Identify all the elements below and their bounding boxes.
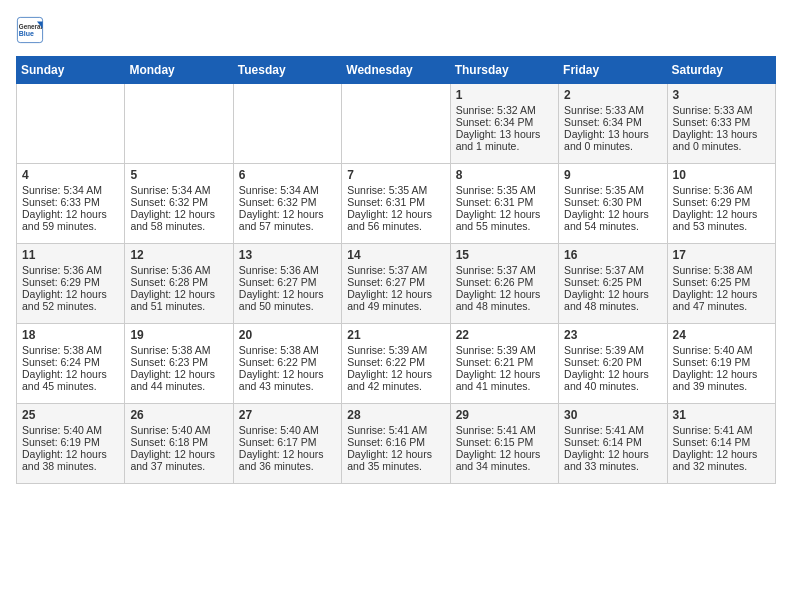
cell-content: Sunset: 6:23 PM	[130, 356, 227, 368]
calendar-cell: 4Sunrise: 5:34 AMSunset: 6:33 PMDaylight…	[17, 164, 125, 244]
cell-content: Sunset: 6:29 PM	[673, 196, 770, 208]
cell-content: Daylight: 12 hours and 32 minutes.	[673, 448, 770, 472]
calendar-cell	[17, 84, 125, 164]
cell-content: Daylight: 12 hours and 33 minutes.	[564, 448, 661, 472]
cell-content: Daylight: 12 hours and 45 minutes.	[22, 368, 119, 392]
svg-text:Blue: Blue	[19, 30, 34, 37]
calendar-cell	[125, 84, 233, 164]
cell-content: Daylight: 12 hours and 58 minutes.	[130, 208, 227, 232]
cell-content: Daylight: 12 hours and 48 minutes.	[456, 288, 553, 312]
calendar-cell	[233, 84, 341, 164]
calendar-cell: 12Sunrise: 5:36 AMSunset: 6:28 PMDayligh…	[125, 244, 233, 324]
calendar-week-row: 1Sunrise: 5:32 AMSunset: 6:34 PMDaylight…	[17, 84, 776, 164]
cell-content: Daylight: 12 hours and 48 minutes.	[564, 288, 661, 312]
cell-content: Sunset: 6:21 PM	[456, 356, 553, 368]
cell-content: Sunset: 6:15 PM	[456, 436, 553, 448]
cell-content: Sunrise: 5:38 AM	[239, 344, 336, 356]
day-number: 29	[456, 408, 553, 422]
cell-content: Sunset: 6:27 PM	[347, 276, 444, 288]
cell-content: Daylight: 12 hours and 44 minutes.	[130, 368, 227, 392]
day-number: 16	[564, 248, 661, 262]
day-number: 22	[456, 328, 553, 342]
cell-content: Sunset: 6:25 PM	[673, 276, 770, 288]
calendar-cell: 5Sunrise: 5:34 AMSunset: 6:32 PMDaylight…	[125, 164, 233, 244]
calendar-cell: 17Sunrise: 5:38 AMSunset: 6:25 PMDayligh…	[667, 244, 775, 324]
cell-content: Sunrise: 5:32 AM	[456, 104, 553, 116]
cell-content: Sunrise: 5:40 AM	[22, 424, 119, 436]
cell-content: Daylight: 12 hours and 47 minutes.	[673, 288, 770, 312]
day-number: 28	[347, 408, 444, 422]
calendar-cell: 7Sunrise: 5:35 AMSunset: 6:31 PMDaylight…	[342, 164, 450, 244]
day-number: 8	[456, 168, 553, 182]
cell-content: Daylight: 12 hours and 59 minutes.	[22, 208, 119, 232]
day-number: 30	[564, 408, 661, 422]
cell-content: Sunrise: 5:37 AM	[456, 264, 553, 276]
day-number: 18	[22, 328, 119, 342]
cell-content: Sunrise: 5:41 AM	[564, 424, 661, 436]
calendar-cell: 15Sunrise: 5:37 AMSunset: 6:26 PMDayligh…	[450, 244, 558, 324]
cell-content: Sunrise: 5:35 AM	[456, 184, 553, 196]
cell-content: Daylight: 12 hours and 42 minutes.	[347, 368, 444, 392]
day-number: 3	[673, 88, 770, 102]
calendar-cell: 18Sunrise: 5:38 AMSunset: 6:24 PMDayligh…	[17, 324, 125, 404]
cell-content: Sunset: 6:31 PM	[456, 196, 553, 208]
cell-content: Sunrise: 5:38 AM	[22, 344, 119, 356]
day-number: 11	[22, 248, 119, 262]
day-number: 24	[673, 328, 770, 342]
cell-content: Sunset: 6:19 PM	[673, 356, 770, 368]
cell-content: Sunrise: 5:34 AM	[22, 184, 119, 196]
cell-content: Sunrise: 5:36 AM	[673, 184, 770, 196]
calendar-cell: 14Sunrise: 5:37 AMSunset: 6:27 PMDayligh…	[342, 244, 450, 324]
day-number: 20	[239, 328, 336, 342]
cell-content: Daylight: 12 hours and 39 minutes.	[673, 368, 770, 392]
day-number: 19	[130, 328, 227, 342]
calendar-cell: 28Sunrise: 5:41 AMSunset: 6:16 PMDayligh…	[342, 404, 450, 484]
cell-content: Daylight: 12 hours and 35 minutes.	[347, 448, 444, 472]
calendar-table: SundayMondayTuesdayWednesdayThursdayFrid…	[16, 56, 776, 484]
cell-content: Sunset: 6:19 PM	[22, 436, 119, 448]
calendar-week-row: 11Sunrise: 5:36 AMSunset: 6:29 PMDayligh…	[17, 244, 776, 324]
cell-content: Daylight: 12 hours and 41 minutes.	[456, 368, 553, 392]
calendar-cell: 1Sunrise: 5:32 AMSunset: 6:34 PMDaylight…	[450, 84, 558, 164]
calendar-cell: 16Sunrise: 5:37 AMSunset: 6:25 PMDayligh…	[559, 244, 667, 324]
calendar-cell: 6Sunrise: 5:34 AMSunset: 6:32 PMDaylight…	[233, 164, 341, 244]
cell-content: Sunset: 6:34 PM	[456, 116, 553, 128]
cell-content: Sunrise: 5:40 AM	[673, 344, 770, 356]
day-number: 4	[22, 168, 119, 182]
cell-content: Sunset: 6:33 PM	[673, 116, 770, 128]
calendar-header: SundayMondayTuesdayWednesdayThursdayFrid…	[17, 57, 776, 84]
cell-content: Sunrise: 5:33 AM	[673, 104, 770, 116]
cell-content: Daylight: 13 hours and 0 minutes.	[564, 128, 661, 152]
logo-icon: General Blue	[16, 16, 44, 44]
cell-content: Daylight: 12 hours and 51 minutes.	[130, 288, 227, 312]
cell-content: Daylight: 12 hours and 55 minutes.	[456, 208, 553, 232]
calendar-cell: 8Sunrise: 5:35 AMSunset: 6:31 PMDaylight…	[450, 164, 558, 244]
cell-content: Sunrise: 5:34 AM	[130, 184, 227, 196]
cell-content: Sunrise: 5:40 AM	[130, 424, 227, 436]
header-day: Wednesday	[342, 57, 450, 84]
day-number: 1	[456, 88, 553, 102]
calendar-cell: 19Sunrise: 5:38 AMSunset: 6:23 PMDayligh…	[125, 324, 233, 404]
cell-content: Sunset: 6:30 PM	[564, 196, 661, 208]
calendar-cell: 29Sunrise: 5:41 AMSunset: 6:15 PMDayligh…	[450, 404, 558, 484]
day-number: 23	[564, 328, 661, 342]
cell-content: Sunrise: 5:39 AM	[456, 344, 553, 356]
calendar-cell: 9Sunrise: 5:35 AMSunset: 6:30 PMDaylight…	[559, 164, 667, 244]
cell-content: Sunset: 6:32 PM	[239, 196, 336, 208]
cell-content: Sunrise: 5:35 AM	[347, 184, 444, 196]
calendar-cell: 20Sunrise: 5:38 AMSunset: 6:22 PMDayligh…	[233, 324, 341, 404]
day-number: 26	[130, 408, 227, 422]
cell-content: Daylight: 12 hours and 37 minutes.	[130, 448, 227, 472]
cell-content: Sunrise: 5:33 AM	[564, 104, 661, 116]
day-number: 5	[130, 168, 227, 182]
cell-content: Daylight: 12 hours and 34 minutes.	[456, 448, 553, 472]
cell-content: Sunrise: 5:34 AM	[239, 184, 336, 196]
cell-content: Sunrise: 5:41 AM	[673, 424, 770, 436]
calendar-cell: 26Sunrise: 5:40 AMSunset: 6:18 PMDayligh…	[125, 404, 233, 484]
cell-content: Daylight: 12 hours and 40 minutes.	[564, 368, 661, 392]
cell-content: Sunset: 6:22 PM	[239, 356, 336, 368]
cell-content: Sunset: 6:18 PM	[130, 436, 227, 448]
cell-content: Sunset: 6:25 PM	[564, 276, 661, 288]
calendar-cell	[342, 84, 450, 164]
header-day: Saturday	[667, 57, 775, 84]
